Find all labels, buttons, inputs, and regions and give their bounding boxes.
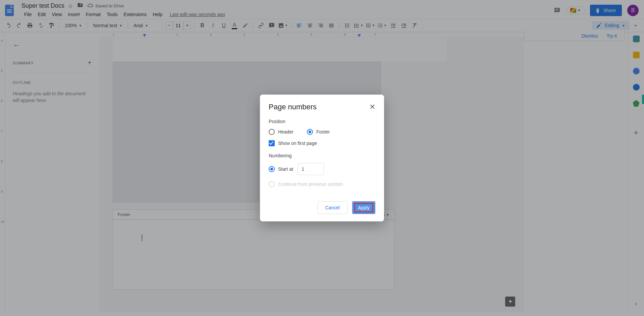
page-numbers-dialog: Page numbers ✕ Position Header Footer Sh… <box>260 95 384 221</box>
continue-previous-radio: Continue from previous section <box>269 181 375 187</box>
start-at-radio[interactable]: Start at <box>269 166 293 172</box>
numbering-label: Numbering <box>269 153 375 158</box>
apply-button[interactable]: Apply <box>354 203 373 212</box>
cancel-button[interactable]: Cancel <box>317 201 347 214</box>
dialog-title: Page numbers <box>269 103 317 111</box>
show-on-first-page-checkbox[interactable]: Show on first page <box>269 140 375 146</box>
position-header-radio[interactable]: Header <box>269 129 293 135</box>
dialog-close-icon[interactable]: ✕ <box>369 103 375 111</box>
start-at-input[interactable] <box>298 163 324 175</box>
position-label: Position <box>269 119 375 124</box>
position-footer-radio[interactable]: Footer <box>307 129 330 135</box>
